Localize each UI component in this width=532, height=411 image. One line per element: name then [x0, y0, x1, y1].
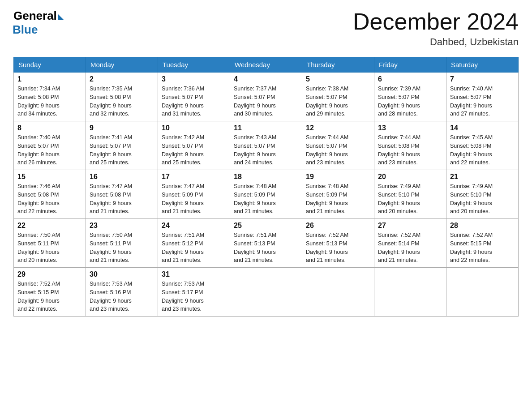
day-number: 26: [306, 222, 370, 230]
calendar-cell: 21Sunrise: 7:49 AMSunset: 5:10 PMDayligh…: [446, 170, 519, 219]
day-number: 23: [90, 222, 154, 230]
calendar-cell: 9Sunrise: 7:41 AMSunset: 5:07 PMDaylight…: [86, 121, 158, 170]
calendar-cell: 30Sunrise: 7:53 AMSunset: 5:16 PMDayligh…: [86, 268, 158, 317]
day-number: 12: [306, 124, 370, 132]
day-number: 10: [162, 124, 226, 132]
day-number: 9: [90, 124, 154, 132]
day-number: 6: [378, 75, 442, 83]
col-header-wednesday: Wednesday: [230, 57, 302, 73]
day-number: 20: [378, 173, 442, 181]
month-title: December 2024: [353, 9, 519, 34]
day-number: 3: [162, 75, 226, 83]
day-info: Sunrise: 7:34 AMSunset: 5:08 PMDaylight:…: [17, 85, 82, 118]
logo: General Blue: [13, 9, 64, 37]
day-number: 19: [306, 173, 370, 181]
col-header-sunday: Sunday: [14, 57, 86, 73]
calendar-cell: 2Sunrise: 7:35 AMSunset: 5:08 PMDaylight…: [86, 73, 158, 121]
day-number: 5: [306, 75, 370, 83]
day-number: 25: [234, 222, 298, 230]
calendar-cell: 26Sunrise: 7:52 AMSunset: 5:13 PMDayligh…: [302, 219, 374, 268]
day-info: Sunrise: 7:40 AMSunset: 5:07 PMDaylight:…: [450, 85, 515, 118]
day-number: 29: [17, 270, 82, 278]
calendar-cell: 7Sunrise: 7:40 AMSunset: 5:07 PMDaylight…: [446, 73, 519, 121]
col-header-friday: Friday: [374, 57, 446, 73]
day-number: 31: [162, 270, 226, 278]
day-info: Sunrise: 7:35 AMSunset: 5:08 PMDaylight:…: [90, 85, 154, 118]
calendar-cell: [230, 268, 302, 317]
day-info: Sunrise: 7:42 AMSunset: 5:07 PMDaylight:…: [162, 133, 226, 167]
day-info: Sunrise: 7:53 AMSunset: 5:17 PMDaylight:…: [162, 280, 226, 313]
calendar-cell: 14Sunrise: 7:45 AMSunset: 5:08 PMDayligh…: [446, 121, 519, 170]
day-info: Sunrise: 7:47 AMSunset: 5:09 PMDaylight:…: [162, 182, 226, 216]
day-number: 15: [17, 173, 82, 181]
title-section: December 2024 Dahbed, Uzbekistan: [353, 9, 519, 48]
day-info: Sunrise: 7:49 AMSunset: 5:10 PMDaylight:…: [450, 182, 515, 216]
day-number: 1: [17, 75, 82, 83]
day-number: 28: [450, 222, 515, 230]
calendar-cell: 20Sunrise: 7:49 AMSunset: 5:10 PMDayligh…: [374, 170, 446, 219]
day-info: Sunrise: 7:52 AMSunset: 5:15 PMDaylight:…: [17, 280, 82, 313]
page-header: General Blue December 2024 Dahbed, Uzbek…: [13, 9, 519, 48]
calendar-cell: 13Sunrise: 7:44 AMSunset: 5:08 PMDayligh…: [374, 121, 446, 170]
logo-general-text: General: [13, 9, 57, 23]
day-info: Sunrise: 7:48 AMSunset: 5:09 PMDaylight:…: [306, 182, 370, 216]
calendar-cell: 23Sunrise: 7:50 AMSunset: 5:11 PMDayligh…: [86, 219, 158, 268]
calendar-week-row: 22Sunrise: 7:50 AMSunset: 5:11 PMDayligh…: [14, 219, 519, 268]
calendar-cell: 22Sunrise: 7:50 AMSunset: 5:11 PMDayligh…: [14, 219, 86, 268]
calendar-week-row: 29Sunrise: 7:52 AMSunset: 5:15 PMDayligh…: [14, 268, 519, 317]
calendar-cell: 29Sunrise: 7:52 AMSunset: 5:15 PMDayligh…: [14, 268, 86, 317]
calendar-header-row: SundayMondayTuesdayWednesdayThursdayFrid…: [14, 57, 519, 73]
calendar-cell: [446, 268, 519, 317]
day-number: 17: [162, 173, 226, 181]
calendar-cell: 1Sunrise: 7:34 AMSunset: 5:08 PMDaylight…: [14, 73, 86, 121]
day-info: Sunrise: 7:44 AMSunset: 5:07 PMDaylight:…: [306, 133, 370, 167]
col-header-monday: Monday: [86, 57, 158, 73]
calendar-cell: 27Sunrise: 7:52 AMSunset: 5:14 PMDayligh…: [374, 219, 446, 268]
day-info: Sunrise: 7:51 AMSunset: 5:13 PMDaylight:…: [234, 231, 298, 265]
day-number: 27: [378, 222, 442, 230]
day-info: Sunrise: 7:46 AMSunset: 5:08 PMDaylight:…: [17, 182, 82, 216]
calendar-cell: 19Sunrise: 7:48 AMSunset: 5:09 PMDayligh…: [302, 170, 374, 219]
day-info: Sunrise: 7:50 AMSunset: 5:11 PMDaylight:…: [17, 231, 82, 265]
day-info: Sunrise: 7:50 AMSunset: 5:11 PMDaylight:…: [90, 231, 154, 265]
calendar-cell: 10Sunrise: 7:42 AMSunset: 5:07 PMDayligh…: [158, 121, 230, 170]
calendar-cell: 25Sunrise: 7:51 AMSunset: 5:13 PMDayligh…: [230, 219, 302, 268]
calendar-cell: 6Sunrise: 7:39 AMSunset: 5:07 PMDaylight…: [374, 73, 446, 121]
logo-blue-text: Blue: [13, 23, 38, 37]
calendar-table: SundayMondayTuesdayWednesdayThursdayFrid…: [13, 57, 519, 317]
calendar-cell: 16Sunrise: 7:47 AMSunset: 5:08 PMDayligh…: [86, 170, 158, 219]
calendar-cell: 18Sunrise: 7:48 AMSunset: 5:09 PMDayligh…: [230, 170, 302, 219]
calendar-cell: 3Sunrise: 7:36 AMSunset: 5:07 PMDaylight…: [158, 73, 230, 121]
day-number: 16: [90, 173, 154, 181]
calendar-cell: 17Sunrise: 7:47 AMSunset: 5:09 PMDayligh…: [158, 170, 230, 219]
day-number: 8: [17, 124, 82, 132]
calendar-cell: 15Sunrise: 7:46 AMSunset: 5:08 PMDayligh…: [14, 170, 86, 219]
day-number: 14: [450, 124, 515, 132]
calendar-cell: 24Sunrise: 7:51 AMSunset: 5:12 PMDayligh…: [158, 219, 230, 268]
day-number: 11: [234, 124, 298, 132]
calendar-week-row: 8Sunrise: 7:40 AMSunset: 5:07 PMDaylight…: [14, 121, 519, 170]
calendar-cell: 8Sunrise: 7:40 AMSunset: 5:07 PMDaylight…: [14, 121, 86, 170]
day-info: Sunrise: 7:36 AMSunset: 5:07 PMDaylight:…: [162, 85, 226, 118]
day-number: 21: [450, 173, 515, 181]
day-info: Sunrise: 7:41 AMSunset: 5:07 PMDaylight:…: [90, 133, 154, 167]
day-number: 18: [234, 173, 298, 181]
col-header-saturday: Saturday: [446, 57, 519, 73]
day-info: Sunrise: 7:52 AMSunset: 5:15 PMDaylight:…: [450, 231, 515, 265]
day-number: 4: [234, 75, 298, 83]
calendar-cell: [374, 268, 446, 317]
day-info: Sunrise: 7:40 AMSunset: 5:07 PMDaylight:…: [17, 133, 82, 167]
day-number: 2: [90, 75, 154, 83]
day-info: Sunrise: 7:37 AMSunset: 5:07 PMDaylight:…: [234, 85, 298, 118]
day-number: 24: [162, 222, 226, 230]
logo-triangle-icon: [58, 14, 64, 20]
location-title: Dahbed, Uzbekistan: [353, 36, 519, 48]
day-info: Sunrise: 7:38 AMSunset: 5:07 PMDaylight:…: [306, 85, 370, 118]
day-info: Sunrise: 7:44 AMSunset: 5:08 PMDaylight:…: [378, 133, 442, 167]
day-info: Sunrise: 7:51 AMSunset: 5:12 PMDaylight:…: [162, 231, 226, 265]
calendar-cell: 11Sunrise: 7:43 AMSunset: 5:07 PMDayligh…: [230, 121, 302, 170]
col-header-thursday: Thursday: [302, 57, 374, 73]
day-info: Sunrise: 7:52 AMSunset: 5:13 PMDaylight:…: [306, 231, 370, 265]
calendar-cell: 4Sunrise: 7:37 AMSunset: 5:07 PMDaylight…: [230, 73, 302, 121]
day-info: Sunrise: 7:48 AMSunset: 5:09 PMDaylight:…: [234, 182, 298, 216]
